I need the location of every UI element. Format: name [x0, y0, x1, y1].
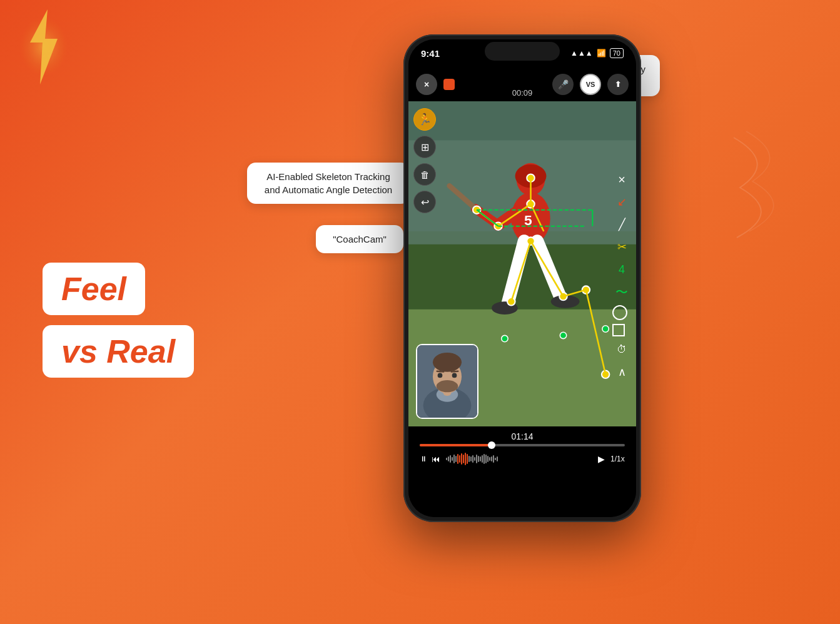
- close-drawing-button[interactable]: ×: [612, 170, 631, 189]
- top-controls-bar: × 🎤 VS ⬆ 00:09: [408, 67, 636, 101]
- phone-device: 9:41 ▲▲▲ 📶 70 × 🎤 VS ⬆: [403, 34, 641, 522]
- svg-point-41: [502, 335, 508, 341]
- svg-point-49: [433, 353, 462, 372]
- svg-point-51: [438, 373, 443, 378]
- coachcam-video: [417, 345, 477, 418]
- curve-button[interactable]: 〜: [612, 283, 631, 301]
- dynamic-island: [485, 42, 560, 61]
- trash-icon: 🗑: [420, 169, 430, 180]
- wifi-icon: 📶: [597, 49, 606, 58]
- target-button[interactable]: ⊞: [413, 136, 436, 158]
- undo-icon: ↩: [421, 196, 429, 208]
- square-button[interactable]: [612, 324, 625, 336]
- svg-point-50: [437, 380, 458, 392]
- skeleton-tooltip: AI-Enabled Skeleton Tracking and Automat…: [247, 163, 410, 204]
- circle-button[interactable]: [612, 305, 627, 320]
- target-icon: ⊞: [421, 141, 429, 153]
- right-toolbar: × ↙ ╱ ✂ 4 〜 ⏱ ∧: [612, 170, 631, 381]
- record-stop-button[interactable]: [443, 79, 455, 90]
- decorative-curves: [727, 125, 802, 250]
- play-icon[interactable]: ▶: [598, 454, 605, 464]
- recording-timer: 00:09: [512, 88, 533, 98]
- svg-line-54: [452, 371, 458, 372]
- scissors-button[interactable]: ✂: [612, 238, 631, 256]
- battery-icon: 70: [610, 48, 624, 58]
- coachcam-tooltip: "CoachCam": [316, 225, 403, 253]
- skeleton-icon: 🏃: [418, 113, 432, 126]
- close-button[interactable]: ×: [416, 74, 437, 95]
- share-icon: ⬆: [615, 80, 621, 89]
- left-toolbar: 🏃 ⊞ 🗑 ↩: [413, 108, 436, 213]
- phone-body: 9:41 ▲▲▲ 📶 70 × 🎤 VS ⬆: [403, 34, 641, 522]
- vs-real-label: vs Real: [43, 325, 194, 378]
- svg-line-53: [437, 371, 444, 372]
- svg-point-26: [527, 237, 534, 244]
- arrow-red-button[interactable]: ↙: [612, 193, 631, 211]
- scrubber-thumb[interactable]: [488, 441, 495, 449]
- rewind-icon[interactable]: ⏮: [432, 454, 440, 464]
- mic-icon: 🎤: [558, 79, 569, 89]
- svg-point-43: [602, 326, 609, 332]
- line-tool-button[interactable]: ╱: [612, 215, 631, 234]
- pause-icon[interactable]: ⏸: [420, 455, 427, 463]
- skeleton-tracking-button[interactable]: 🏃: [413, 108, 436, 131]
- video-area: 5: [408, 101, 636, 426]
- timer-button[interactable]: ⏱: [612, 340, 631, 359]
- phone-screen: 9:41 ▲▲▲ 📶 70 × 🎤 VS ⬆: [408, 39, 636, 517]
- scrubber-progress: [420, 444, 492, 446]
- speed-label[interactable]: 1/1x: [610, 455, 625, 463]
- svg-point-42: [560, 332, 566, 338]
- feel-label: Feel: [43, 263, 145, 315]
- versus-button[interactable]: VS: [580, 74, 601, 95]
- video-timestamp: 01:14: [511, 431, 533, 441]
- scrubber-bar[interactable]: [420, 444, 625, 446]
- signal-icon: ▲▲▲: [570, 49, 593, 58]
- undo-button[interactable]: ↩: [413, 191, 436, 213]
- chevron-up-button[interactable]: ∧: [612, 363, 631, 381]
- svg-point-52: [452, 373, 457, 378]
- waveform-display: ⏸ ⏮: [420, 453, 625, 465]
- delete-button[interactable]: 🗑: [413, 163, 436, 186]
- vs-icon: VS: [586, 81, 595, 88]
- lightning-icon: [19, 6, 69, 88]
- coachcam-pip[interactable]: [416, 344, 478, 419]
- waveform-bars: [446, 453, 592, 465]
- number-button[interactable]: 4: [612, 260, 631, 279]
- bottom-controls: 01:14 ⏸ ⏮: [408, 426, 636, 517]
- share-button[interactable]: ⬆: [607, 74, 629, 95]
- status-time: 9:41: [421, 48, 440, 59]
- mic-button[interactable]: 🎤: [552, 74, 574, 95]
- status-icons: ▲▲▲ 📶 70: [570, 48, 624, 58]
